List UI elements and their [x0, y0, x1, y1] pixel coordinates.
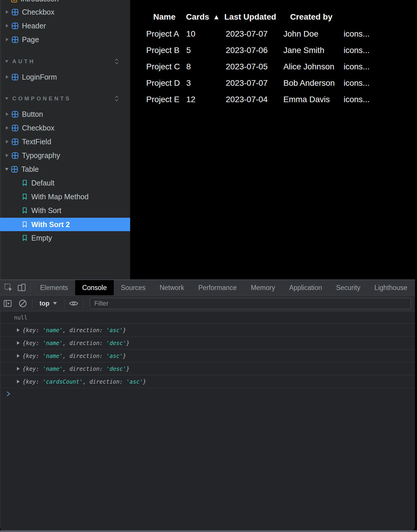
sidebar-story-with-sort-2[interactable]: With Sort 2 — [0, 218, 130, 231]
console-log-row[interactable]: {key: 'name', direction: 'desc'} — [0, 362, 415, 375]
expand-arrow-icon[interactable] — [17, 328, 20, 332]
caret-right-icon[interactable] — [6, 24, 8, 28]
console-log-row[interactable]: null — [0, 311, 415, 324]
cell-name: Project D — [146, 77, 180, 90]
sidebar-item-button[interactable]: Button — [0, 108, 130, 121]
cell-name: Project E — [146, 93, 180, 106]
component-grid-icon — [11, 8, 19, 16]
sidebar-item-introduction[interactable]: Introduction — [0, 0, 130, 5]
sidebar-item-label: Checkbox — [22, 8, 54, 16]
column-header-name[interactable]: Name — [153, 11, 175, 23]
tab-memory[interactable]: Memory — [244, 280, 282, 295]
eye-icon[interactable] — [67, 296, 80, 311]
tab-console[interactable]: Console — [75, 280, 114, 295]
document-icon — [11, 0, 17, 3]
object-text: {key: — [23, 327, 43, 333]
inspect-icon[interactable] — [2, 280, 15, 295]
caret-down-icon[interactable] — [5, 97, 8, 100]
tab-application[interactable]: Application — [282, 280, 329, 295]
caret-right-icon[interactable] — [6, 126, 8, 130]
chevron-down-icon — [53, 302, 57, 305]
object-text: , direction: — [83, 378, 126, 385]
object-string: 'name' — [43, 327, 63, 333]
sidebar-item-textfield[interactable]: TextField — [0, 135, 130, 148]
story-label: With Sort — [31, 206, 61, 215]
devtools-tabbar: Elements Console Sources Network Perform… — [0, 280, 415, 296]
sidebar-item-label: Typography — [22, 151, 60, 160]
expand-collapse-icon[interactable] — [113, 95, 120, 102]
table-row: Project C 8 2023-07-05 Alice Johnson ico… — [130, 60, 417, 73]
object-text: , direction: — [63, 340, 106, 346]
sidebar-story-with-map-method[interactable]: With Map Method — [0, 190, 130, 203]
expand-arrow-icon[interactable] — [17, 354, 20, 358]
context-selector[interactable]: top — [39, 300, 57, 307]
cell-cards: 3 — [186, 77, 191, 90]
tab-network[interactable]: Network — [153, 280, 191, 295]
console-log-row[interactable]: {key: 'name', direction: 'desc'} — [0, 337, 415, 349]
caret-right-icon[interactable] — [6, 75, 8, 79]
tab-elements[interactable]: Elements — [33, 280, 75, 295]
caret-right-icon[interactable] — [6, 154, 8, 157]
console-prompt[interactable] — [0, 391, 415, 397]
table-row: Project E 12 2023-07-04 Emma Davis icons… — [130, 93, 417, 106]
divider — [32, 299, 32, 308]
expand-arrow-icon[interactable] — [17, 367, 20, 370]
console-filter-input[interactable] — [90, 298, 411, 309]
tab-security[interactable]: Security — [329, 280, 367, 295]
sidebar-item-label: Header — [22, 22, 46, 30]
console-log-row[interactable]: {key: 'cardsCount', direction: 'asc'} — [0, 375, 415, 388]
device-toolbar-icon[interactable] — [15, 280, 28, 295]
cell-icons: icons... — [344, 93, 370, 106]
caret-down-icon[interactable] — [5, 60, 8, 63]
caret-right-icon[interactable] — [6, 140, 8, 143]
bookmark-icon — [22, 207, 27, 214]
sidebar-item-table[interactable]: Table — [0, 163, 130, 176]
caret-right-icon[interactable] — [6, 112, 8, 116]
sort-ascending-icon[interactable]: ▲ — [213, 11, 220, 23]
expand-arrow-icon[interactable] — [17, 341, 20, 345]
expand-arrow-icon[interactable] — [17, 380, 20, 383]
console-toolbar: top — [0, 296, 415, 311]
sidebar-section-components[interactable]: COMPONENTS — [0, 92, 130, 105]
cell-cards: 10 — [186, 28, 195, 40]
console-log-row[interactable]: {key: 'name', direction: 'asc'} — [0, 324, 415, 337]
tab-performance[interactable]: Performance — [191, 280, 244, 295]
cell-created-by: Bob Anderson — [283, 77, 335, 90]
sidebar-story-default[interactable]: Default — [0, 176, 130, 189]
sidebar-story-with-sort[interactable]: With Sort — [0, 204, 130, 217]
sidebar-item-checkbox-2[interactable]: Checkbox — [0, 121, 130, 134]
cell-created-by: Emma Davis — [283, 93, 330, 106]
console-null-value: null — [14, 314, 27, 321]
sidebar-story-empty[interactable]: Empty — [0, 231, 130, 244]
console-log-row[interactable]: {key: 'name', direction: 'asc'} — [0, 349, 415, 362]
caret-right-icon[interactable] — [6, 10, 8, 14]
bookmark-icon — [22, 193, 27, 200]
caret-right-icon[interactable] — [6, 38, 8, 41]
window-bottom-edge — [0, 530, 417, 532]
cell-updated: 2023-07-06 — [226, 44, 268, 57]
sidebar-item-checkbox[interactable]: Checkbox — [0, 6, 130, 18]
console-sidebar-toggle-icon[interactable] — [1, 296, 14, 311]
sidebar-section-auth[interactable]: AUTH — [0, 55, 130, 68]
sidebar-item-page[interactable]: Page — [0, 33, 130, 46]
sidebar-item-typography[interactable]: Typography — [0, 149, 130, 162]
object-text: , direction: — [63, 327, 106, 333]
table-header-row: Name Cards ▲ Last Updated Created by — [130, 11, 417, 23]
object-text: } — [126, 340, 130, 346]
tab-sources[interactable]: Sources — [114, 280, 152, 295]
object-text: {key: — [23, 378, 43, 385]
column-header-last-updated[interactable]: Last Updated — [224, 11, 276, 23]
object-text: } — [126, 365, 130, 372]
object-string: 'asc' — [106, 327, 123, 333]
story-label: Empty — [31, 234, 52, 242]
column-header-created-by[interactable]: Created by — [290, 11, 332, 23]
caret-down-icon[interactable] — [5, 168, 8, 171]
object-string: 'name' — [43, 340, 63, 346]
tab-lighthouse[interactable]: Lighthouse — [367, 280, 414, 295]
clear-console-icon[interactable] — [16, 296, 29, 311]
sidebar-item-loginform[interactable]: LoginForm — [0, 71, 130, 83]
sidebar-item-header[interactable]: Header — [0, 19, 130, 32]
expand-collapse-icon[interactable] — [113, 58, 120, 65]
column-header-cards[interactable]: Cards — [186, 11, 209, 23]
component-grid-icon — [11, 22, 19, 30]
